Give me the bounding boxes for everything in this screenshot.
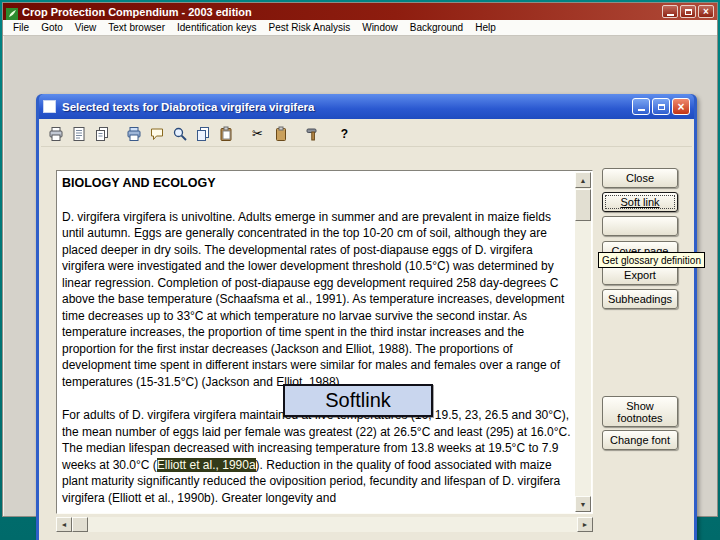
button-label: Export: [624, 269, 656, 281]
maximize-icon: [685, 9, 692, 15]
app-close-button[interactable]: ×: [698, 5, 714, 18]
close-icon: ×: [703, 7, 709, 17]
glossary-tooltip: Get glossary definition: [598, 252, 705, 268]
softlink-citation[interactable]: Elliott et al., 1990a: [157, 458, 256, 472]
doc-window: Selected texts for Diabrotica virgifera …: [36, 94, 697, 540]
left-arrow-icon: ◄: [61, 521, 68, 528]
print-icon[interactable]: [44, 123, 67, 144]
menu-identification-keys[interactable]: Identification keys: [171, 21, 263, 34]
minimize-icon: [638, 109, 645, 111]
document-heading: BIOLOGY AND ECOLOGY: [62, 175, 573, 192]
menu-goto[interactable]: Goto: [35, 21, 69, 34]
maximize-icon: [658, 104, 665, 110]
doc-client-area: ✂ ? BIOLOGY AND ECOLOGY D. virgifera vir…: [39, 119, 694, 540]
document-paragraph: D. virgifera virgifera is univoltine. Ad…: [62, 209, 573, 391]
subheadings-button[interactable]: Subheadings: [602, 289, 678, 309]
scroll-down-button[interactable]: ▼: [575, 496, 591, 512]
menu-file[interactable]: File: [7, 21, 35, 34]
horizontal-scrollbar-thumb[interactable]: [72, 517, 88, 532]
show-footnotes-button[interactable]: Show footnotes: [602, 396, 678, 427]
doc-maximize-button[interactable]: [652, 98, 670, 115]
text-area: BIOLOGY AND ECOLOGY D. virgifera virgife…: [56, 170, 593, 514]
change-font-button[interactable]: Change font: [602, 430, 678, 450]
button-label: Soft link: [620, 196, 659, 208]
doc-toolbar: ✂ ?: [41, 121, 692, 147]
copy-pages-icon[interactable]: [90, 123, 113, 144]
tooltip-text: Get glossary definition: [602, 254, 701, 267]
doc-window-icon: [43, 100, 56, 113]
app-workspace: Selected texts for Diabrotica virgifera …: [3, 36, 717, 516]
close-icon: ×: [677, 101, 684, 113]
softlink-popup: Softlink: [283, 384, 433, 417]
doc-window-title: Selected texts for Diabrotica virgifera …: [62, 101, 630, 113]
down-arrow-icon: ▼: [580, 501, 587, 508]
export-button[interactable]: Export: [602, 265, 678, 285]
app-window: Crop Protection Compendium - 2003 editio…: [2, 2, 718, 517]
app-minimize-button[interactable]: [662, 5, 678, 18]
tools-icon[interactable]: [301, 123, 324, 144]
app-title: Crop Protection Compendium - 2003 editio…: [22, 6, 660, 18]
app-icon: [6, 6, 18, 18]
hidden-button[interactable]: [602, 216, 678, 236]
up-arrow-icon: ▲: [580, 177, 587, 184]
menu-background[interactable]: Background: [404, 21, 469, 34]
scroll-up-button[interactable]: ▲: [575, 172, 591, 188]
menu-text-browser[interactable]: Text browser: [102, 21, 171, 34]
annotation-icon[interactable]: [145, 123, 168, 144]
vertical-scrollbar-thumb[interactable]: [575, 189, 591, 221]
doc-close-button[interactable]: ×: [672, 98, 690, 115]
button-label: Close: [626, 172, 654, 184]
button-label: Subheadings: [608, 293, 672, 305]
paste-icon[interactable]: [214, 123, 237, 144]
minimize-icon: [667, 14, 674, 16]
document-text[interactable]: BIOLOGY AND ECOLOGY D. virgifera virgife…: [58, 172, 575, 512]
cut-icon[interactable]: ✂: [246, 123, 269, 144]
menu-help[interactable]: Help: [469, 21, 502, 34]
help-icon[interactable]: ?: [333, 123, 356, 144]
clipboard-icon[interactable]: [269, 123, 292, 144]
copy-icon[interactable]: [191, 123, 214, 144]
app-titlebar[interactable]: Crop Protection Compendium - 2003 editio…: [3, 3, 717, 20]
doc-minimize-button[interactable]: [632, 98, 650, 115]
app-maximize-button[interactable]: [680, 5, 696, 18]
menu-window[interactable]: Window: [356, 21, 404, 34]
vertical-scrollbar[interactable]: ▲ ▼: [575, 172, 591, 512]
horizontal-scrollbar[interactable]: ◄ ►: [56, 517, 593, 532]
doc-titlebar[interactable]: Selected texts for Diabrotica virgifera …: [39, 94, 694, 119]
app-menubar: File Goto View Text browser Identificati…: [3, 20, 717, 36]
view-text-icon[interactable]: [67, 123, 90, 144]
right-arrow-icon: ►: [582, 521, 589, 528]
soft-link-button[interactable]: Soft link: [602, 192, 678, 212]
search-icon[interactable]: [168, 123, 191, 144]
button-label: Change font: [610, 434, 670, 446]
scroll-left-button[interactable]: ◄: [56, 517, 72, 532]
menu-pest-risk-analysis[interactable]: Pest Risk Analysis: [263, 21, 357, 34]
button-label: Show footnotes: [608, 400, 672, 424]
print-selection-icon[interactable]: [122, 123, 145, 144]
scroll-right-button[interactable]: ►: [577, 517, 593, 532]
softlink-popup-label: Softlink: [325, 389, 391, 412]
document-paragraph: For adults of D. virgifera virgifera mai…: [62, 407, 573, 506]
close-button[interactable]: Close: [602, 168, 678, 188]
menu-view[interactable]: View: [69, 21, 103, 34]
